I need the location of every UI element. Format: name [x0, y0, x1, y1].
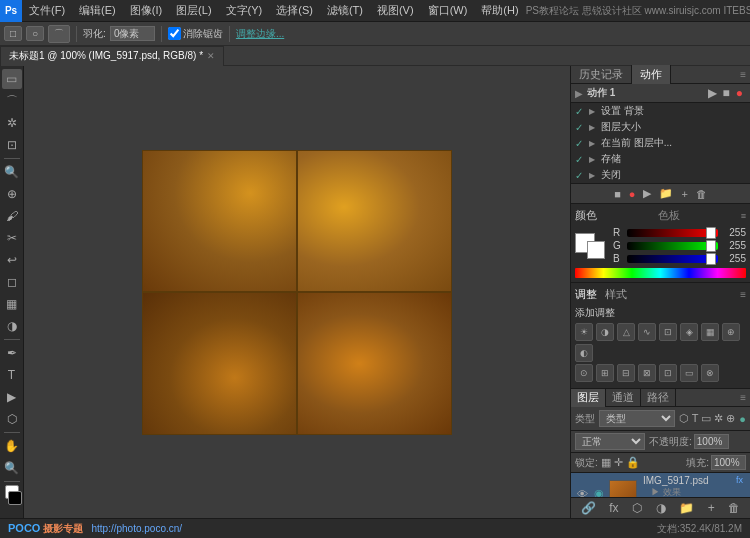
- adjust-panel-menu[interactable]: ≡: [740, 289, 746, 300]
- menu-filter[interactable]: 滤镜(T): [320, 1, 370, 20]
- adj-threshold[interactable]: ⊡: [659, 364, 677, 382]
- adj-posterize[interactable]: ⊠: [638, 364, 656, 382]
- opacity-input[interactable]: [694, 434, 729, 449]
- green-slider[interactable]: [627, 242, 718, 250]
- layer-style-btn[interactable]: fx: [609, 501, 618, 515]
- action-record-btn[interactable]: ●: [733, 86, 746, 100]
- blend-mode-select[interactable]: 正常: [575, 433, 645, 450]
- adj-curves[interactable]: ∿: [638, 323, 656, 341]
- tool-eraser[interactable]: ◻: [2, 272, 22, 292]
- adj-vibrance[interactable]: ◈: [680, 323, 698, 341]
- lock-checkerboard-icon[interactable]: ▦: [601, 456, 611, 469]
- layer-link-1[interactable]: ◉: [592, 487, 606, 497]
- layer-adjust-btn[interactable]: ◑: [656, 501, 666, 515]
- history-tab[interactable]: 历史记录: [571, 65, 632, 84]
- menu-window[interactable]: 窗口(W): [421, 1, 475, 20]
- kind-filter-select[interactable]: 类型: [599, 410, 675, 427]
- tool-shape[interactable]: ⬡: [2, 409, 22, 429]
- menu-edit[interactable]: 编辑(E): [72, 1, 123, 20]
- adj-levels[interactable]: △: [617, 323, 635, 341]
- menu-text[interactable]: 文字(Y): [219, 1, 270, 20]
- adj-exposure[interactable]: ⊡: [659, 323, 677, 341]
- tool-marquee[interactable]: ▭: [2, 69, 22, 89]
- action-play-footer-btn[interactable]: ▶: [643, 187, 651, 200]
- document-tab[interactable]: 未标题1 @ 100% (IMG_5917.psd, RGB/8) * ✕: [0, 46, 224, 66]
- tab-close-icon[interactable]: ✕: [207, 51, 215, 61]
- action-new-btn[interactable]: +: [681, 188, 687, 200]
- menu-layer[interactable]: 图层(L): [169, 1, 218, 20]
- paths-tab[interactable]: 路径: [641, 389, 676, 407]
- adj-brightness[interactable]: ☀: [575, 323, 593, 341]
- status-url[interactable]: http://photo.poco.cn/: [91, 523, 182, 534]
- panel-menu-icon[interactable]: ≡: [740, 69, 750, 80]
- adj-color-balance[interactable]: ⊕: [722, 323, 740, 341]
- color-tab[interactable]: 颜色: [575, 208, 658, 223]
- layer-link-footer-btn[interactable]: 🔗: [581, 501, 596, 515]
- color-swatch-area[interactable]: [575, 233, 607, 261]
- adj-contrast[interactable]: ◑: [596, 323, 614, 341]
- layer-mask-btn[interactable]: ⬡: [632, 501, 642, 515]
- adj-channel-mix[interactable]: ⊞: [596, 364, 614, 382]
- blue-slider[interactable]: [627, 255, 718, 263]
- swatches-tab[interactable]: 色板: [658, 208, 741, 223]
- tool-path-select[interactable]: ▶: [2, 387, 22, 407]
- adj-gradient-map[interactable]: ▭: [680, 364, 698, 382]
- fill-input[interactable]: [711, 455, 746, 470]
- tool-bg-color[interactable]: [8, 491, 22, 505]
- adj-selective-color[interactable]: ⊗: [701, 364, 719, 382]
- canvas-area[interactable]: [24, 66, 570, 518]
- action-new-folder-btn[interactable]: 📁: [659, 187, 673, 200]
- menu-file[interactable]: 文件(F): [22, 1, 72, 20]
- menu-view[interactable]: 视图(V): [370, 1, 421, 20]
- adj-photo-filter[interactable]: ⊙: [575, 364, 593, 382]
- layer-delete-btn[interactable]: 🗑: [728, 501, 740, 515]
- adjust-tab[interactable]: 调整: [575, 287, 597, 302]
- background-color[interactable]: [587, 241, 605, 259]
- channels-tab[interactable]: 通道: [606, 389, 641, 407]
- tool-shape-btn[interactable]: □: [4, 26, 22, 41]
- layer-item-1[interactable]: 👁 ◉ IMG_5917.psd fx ▶ 效果 投影: [571, 473, 750, 497]
- tool-gradient[interactable]: ▦: [2, 294, 22, 314]
- action-item-4[interactable]: ✓ ▶ 存储: [571, 151, 750, 167]
- actions-tab[interactable]: 动作: [632, 65, 671, 84]
- tool-zoom[interactable]: 🔍: [2, 458, 22, 478]
- antialias-checkbox[interactable]: [168, 27, 181, 40]
- feather-input[interactable]: [110, 26, 155, 41]
- red-slider[interactable]: [627, 229, 718, 237]
- lock-all-icon[interactable]: 🔒: [626, 456, 640, 469]
- adj-invert[interactable]: ⊟: [617, 364, 635, 382]
- tool-dodge[interactable]: ◑: [2, 316, 22, 336]
- action-item-1[interactable]: ✓ ▶ 设置 背景: [571, 103, 750, 119]
- menu-image[interactable]: 图像(I): [123, 1, 169, 20]
- adj-hsl[interactable]: ▦: [701, 323, 719, 341]
- action-record-footer-btn[interactable]: ●: [629, 188, 636, 200]
- tool-lasso-btn[interactable]: ⌒: [48, 25, 70, 43]
- menu-select[interactable]: 选择(S): [269, 1, 320, 20]
- layer-new-btn[interactable]: +: [708, 501, 715, 515]
- tool-crop[interactable]: ⊡: [2, 135, 22, 155]
- action-stop-btn[interactable]: ■: [720, 86, 733, 100]
- layer-group-btn[interactable]: 📁: [679, 501, 694, 515]
- menu-help[interactable]: 帮助(H): [474, 1, 525, 20]
- style-tab[interactable]: 样式: [605, 287, 627, 302]
- layers-tab[interactable]: 图层: [571, 389, 606, 407]
- tool-brush[interactable]: 🖌: [2, 206, 22, 226]
- antialias-check[interactable]: 消除锯齿: [168, 27, 223, 41]
- filter-toggle[interactable]: ●: [739, 413, 746, 425]
- tool-text[interactable]: T: [2, 365, 22, 385]
- tool-clone[interactable]: ✂: [2, 228, 22, 248]
- action-delete-btn[interactable]: 🗑: [696, 188, 707, 200]
- layer-eye-1[interactable]: 👁: [575, 488, 589, 498]
- tool-history-brush[interactable]: ↩: [2, 250, 22, 270]
- tool-shape-btn2[interactable]: ○: [26, 26, 44, 41]
- tool-pen[interactable]: ✒: [2, 343, 22, 363]
- tool-hand[interactable]: ✋: [2, 436, 22, 456]
- action-item-5[interactable]: ✓ ▶ 关闭: [571, 167, 750, 183]
- action-play-btn[interactable]: ▶: [705, 86, 720, 100]
- layers-panel-menu[interactable]: ≡: [740, 392, 750, 403]
- action-stop-footer-btn[interactable]: ■: [614, 188, 621, 200]
- color-panel-menu[interactable]: ≡: [741, 211, 746, 221]
- tool-eyedropper[interactable]: 🔍: [2, 162, 22, 182]
- color-spectrum[interactable]: [575, 268, 746, 278]
- action-item-2[interactable]: ✓ ▶ 图层大小: [571, 119, 750, 135]
